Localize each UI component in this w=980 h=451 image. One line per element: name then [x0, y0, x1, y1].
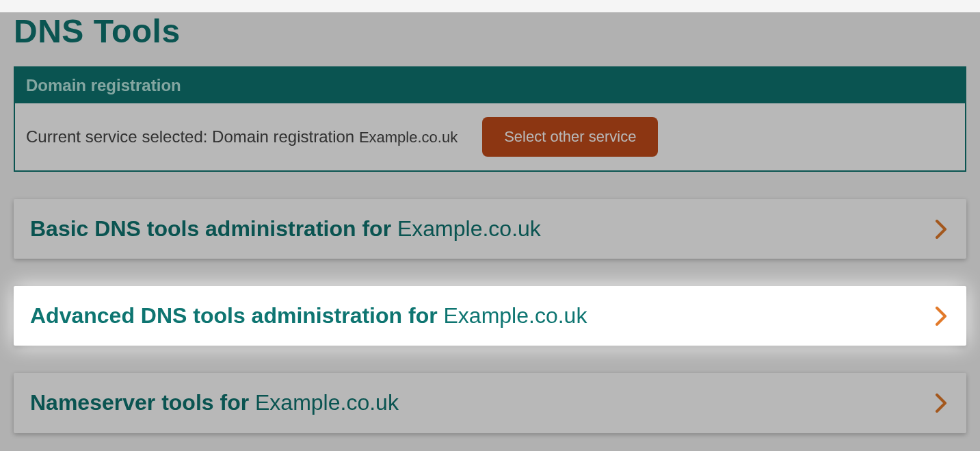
- domain-registration-body: Current service selected: Domain registr…: [15, 103, 965, 170]
- domain-registration-header: Domain registration: [15, 68, 965, 103]
- select-other-service-button[interactable]: Select other service: [482, 117, 658, 157]
- current-service-prefix: Current service selected: Domain registr…: [26, 127, 359, 146]
- advanced-dns-tools-title: Advanced DNS tools administration for Ex…: [30, 304, 587, 328]
- advanced-dns-tools-prefix: Advanced DNS tools administration for: [30, 303, 444, 328]
- basic-dns-tools-panel[interactable]: Basic DNS tools administration for Examp…: [14, 199, 966, 259]
- nameserver-tools-prefix: Nameserver tools for: [30, 390, 255, 415]
- basic-dns-tools-domain: Example.co.uk: [397, 216, 541, 241]
- current-service-domain: Example.co.uk: [359, 129, 458, 146]
- page-title: DNS Tools: [14, 12, 966, 50]
- chevron-right-icon: [935, 220, 947, 239]
- nameserver-tools-panel[interactable]: Nameserver tools for Example.co.uk: [14, 373, 966, 433]
- basic-dns-tools-title: Basic DNS tools administration for Examp…: [30, 217, 541, 241]
- chevron-right-icon: [935, 394, 947, 413]
- current-service-text: Current service selected: Domain registr…: [26, 127, 458, 146]
- advanced-dns-tools-panel[interactable]: Advanced DNS tools administration for Ex…: [14, 286, 966, 346]
- dns-tools-page: DNS Tools Domain registration Current se…: [0, 12, 980, 451]
- advanced-dns-tools-domain: Example.co.uk: [444, 303, 587, 328]
- basic-dns-tools-prefix: Basic DNS tools administration for: [30, 216, 397, 241]
- chevron-right-icon: [935, 307, 947, 326]
- domain-registration-box: Domain registration Current service sele…: [14, 66, 966, 172]
- nameserver-tools-title: Nameserver tools for Example.co.uk: [30, 391, 399, 415]
- nameserver-tools-domain: Example.co.uk: [255, 390, 399, 415]
